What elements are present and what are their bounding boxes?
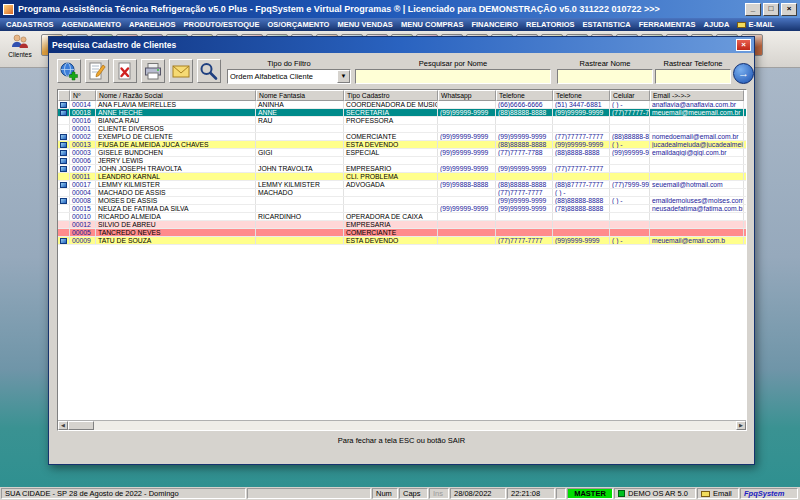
cell-n: 00010: [70, 213, 96, 220]
status-demo: DEMO OS AR 5.0: [614, 488, 696, 499]
refresh-search-button[interactable]: →: [733, 63, 754, 84]
cell-whatsapp: [438, 213, 496, 220]
column-header[interactable]: Telefone: [496, 90, 553, 101]
table-row[interactable]: 00016BIANCA RAURAUPROFESSORA: [58, 117, 746, 125]
minimize-button[interactable]: _: [745, 3, 761, 16]
chevron-down-icon[interactable]: ▼: [337, 70, 350, 83]
cell-tel1: [496, 117, 553, 124]
rastrear-telefone-input[interactable]: [655, 69, 731, 84]
cell-marker: [58, 109, 70, 116]
table-row[interactable]: 00007JOHN JOSEPH TRAVOLTAJOHN TRAVOLTAEM…: [58, 165, 746, 173]
menu-item-estatistica[interactable]: ESTATISTICA: [579, 18, 635, 31]
menu-item-aparelhos[interactable]: APARELHOS: [125, 18, 180, 31]
client-flag-icon: [60, 158, 67, 164]
table-row[interactable]: 00015NEUZA DE FATIMA DA SILVA(99)99999-9…: [58, 205, 746, 213]
menu-item-ajuda[interactable]: AJUDA: [700, 18, 734, 31]
table-row[interactable]: 00017LEMMY KILMISTERLEMMY KILMISTERADVOG…: [58, 181, 746, 189]
clientes-toolbar-button[interactable]: Clientes: [2, 33, 38, 66]
cell-tipo: EMPRESARIA: [344, 221, 438, 228]
menu-item-e-mail[interactable]: E-MAIL: [733, 18, 778, 31]
scroll-left-icon[interactable]: ◀: [58, 421, 68, 430]
table-row[interactable]: 00004MACHADO DE ASSISMACHADO(77)7777-777…: [58, 189, 746, 197]
mail-button[interactable]: [169, 59, 193, 83]
pesquisar-nome-input[interactable]: [355, 69, 551, 84]
table-row[interactable]: 00014ANA FLAVIA MEIRELLESANINHACOORDENAD…: [58, 101, 746, 109]
table-row[interactable]: 00003GISELE BUNDCHENGIGIESPECIAL(99)9999…: [58, 149, 746, 157]
table-row[interactable]: 00001CLIENTE DIVERSOS: [58, 125, 746, 133]
status-brand[interactable]: FpqSystem: [740, 488, 798, 499]
cell-tel1: (66)6666-6666: [496, 101, 553, 108]
rastrear-nome-input[interactable]: [557, 69, 653, 84]
cell-whatsapp: (99)99999-9999: [438, 133, 496, 140]
column-header[interactable]: Nº: [70, 90, 96, 101]
cell-n: 00005: [70, 229, 96, 236]
table-row[interactable]: 00011LEANDRO KARNALCLI. PROBLEMA: [58, 173, 746, 181]
menu-item-os-or-amento[interactable]: OS/ORÇAMENTO: [264, 18, 334, 31]
menu-item-agendamento[interactable]: AGENDAMENTO: [58, 18, 125, 31]
cell-tel1: [496, 173, 553, 180]
cell-tel1: [496, 221, 553, 228]
cell-tel2: [553, 213, 610, 220]
table-row[interactable]: 00009TATU DE SOUZAESTA DEVENDO(77)7777-7…: [58, 237, 746, 245]
menu-item-menu-vendas[interactable]: MENU VENDAS: [333, 18, 396, 31]
table-row[interactable]: 00012SILVIO DE ABREUEMPRESARIA: [58, 221, 746, 229]
cell-n: 00004: [70, 189, 96, 196]
cell-n: 00016: [70, 117, 96, 124]
table-row[interactable]: 00013FIUSA DE ALMEIDA JUCA CHAVESESTA DE…: [58, 141, 746, 149]
scrollbar-thumb[interactable]: [68, 421, 94, 430]
print-button[interactable]: [141, 59, 165, 83]
add-client-button[interactable]: [57, 59, 81, 83]
menu-item-cadastros[interactable]: CADASTROS: [2, 18, 58, 31]
cell-marker: [58, 205, 70, 212]
delete-client-button[interactable]: [113, 59, 137, 83]
column-header[interactable]: Whatsapp: [438, 90, 496, 101]
menu-item-ferramentas[interactable]: FERRAMENTAS: [635, 18, 700, 31]
menu-item-financeiro[interactable]: FINANCEIRO: [467, 18, 522, 31]
edit-client-button[interactable]: [85, 59, 109, 83]
close-button[interactable]: ×: [781, 3, 797, 16]
table-row[interactable]: 00018ANNE HECHEANNESECRETARIA(99)99999-9…: [58, 109, 746, 117]
cell-tipo: OPERADORA DE CAIXA: [344, 213, 438, 220]
column-header[interactable]: Tipo Cadastro: [344, 90, 438, 101]
table-row[interactable]: 00006JERRY LEWIS: [58, 157, 746, 165]
cell-email: [650, 221, 744, 228]
table-row[interactable]: 00002EXEMPLO DE CLIENTECOMERCIANTE(99)99…: [58, 133, 746, 141]
cell-tel1: (77)7777-7777: [496, 189, 553, 196]
dialog-close-button[interactable]: ×: [736, 39, 751, 51]
status-email[interactable]: Email: [697, 488, 739, 499]
tipo-filtro-select[interactable]: Ordem Alfabetica Cliente ▼: [227, 69, 351, 84]
cell-n: 00015: [70, 205, 96, 212]
column-header[interactable]: Nome / Razão Social: [96, 90, 256, 101]
horizontal-scrollbar[interactable]: ◀ ▶: [58, 420, 746, 430]
cell-tel2: (88)87777-7777: [553, 181, 610, 188]
search-button[interactable]: [197, 59, 221, 83]
table-row[interactable]: 00008MOISES DE ASSIS(99)99999-9999(88)88…: [58, 197, 746, 205]
cell-whatsapp: [438, 221, 496, 228]
column-header[interactable]: Telefone: [553, 90, 610, 101]
column-header[interactable]: Nome Fantasia: [256, 90, 344, 101]
table-row[interactable]: 00005TANCREDO NEVESCOMERCIANTE: [58, 229, 746, 237]
column-header[interactable]: Email ->->->: [650, 90, 744, 101]
cell-email: anaflavia@anaflavia.com.br: [650, 101, 744, 108]
cell-nome: MOISES DE ASSIS: [96, 197, 256, 204]
clientes-label: Clientes: [8, 51, 31, 58]
dialog-titlebar[interactable]: Pesquisa Cadastro de Clientes ×: [49, 37, 754, 53]
menu-item-menu-compras[interactable]: MENU COMPRAS: [397, 18, 468, 31]
client-flag-icon: [60, 166, 67, 172]
cell-tel2: ( ) -: [553, 189, 610, 196]
maximize-button[interactable]: □: [763, 3, 779, 16]
table-row[interactable]: 00010RICARDO ALMEIDARICARDINHOOPERADORA …: [58, 213, 746, 221]
cell-tipo: EMPRESARIO: [344, 165, 438, 172]
cell-nome: NEUZA DE FATIMA DA SILVA: [96, 205, 256, 212]
menu-item-relatorios[interactable]: RELATORIOS: [522, 18, 578, 31]
cell-tel1: [496, 213, 553, 220]
cell-email: [650, 173, 744, 180]
column-header[interactable]: [58, 90, 70, 101]
menu-item-produto-estoque[interactable]: PRODUTO/ESTOQUE: [180, 18, 264, 31]
cell-cel: [610, 125, 650, 132]
column-header[interactable]: Celular: [610, 90, 650, 101]
status-location: SUA CIDADE - SP 28 de Agosto de 2022 - D…: [1, 488, 246, 499]
edit-icon: [87, 61, 107, 81]
cell-fantasia: [256, 221, 344, 228]
scroll-right-icon[interactable]: ▶: [736, 421, 746, 430]
